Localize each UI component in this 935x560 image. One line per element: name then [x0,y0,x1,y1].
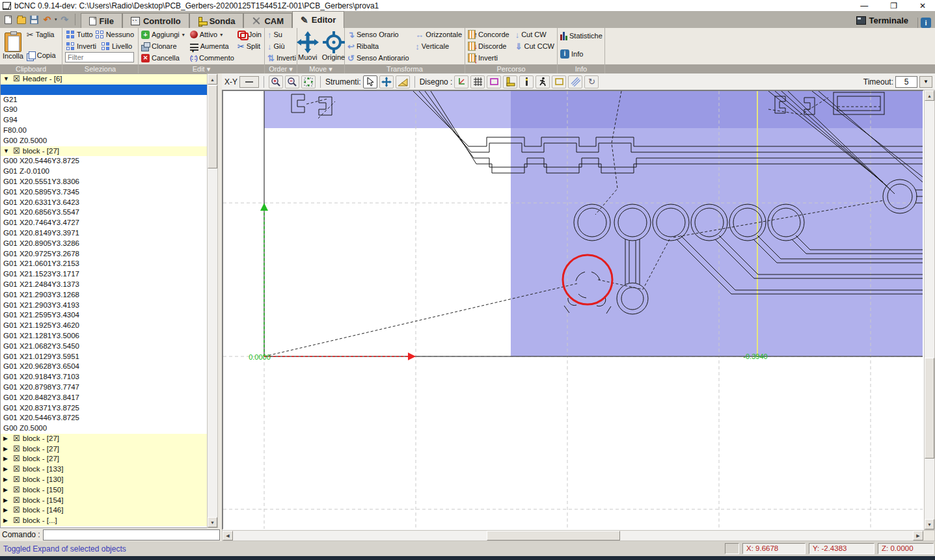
enable-checkbox-icon[interactable]: ☒ [13,434,20,444]
cut-cw-button[interactable]: ↓ Cut CW [514,29,556,40]
zoom-fit-button[interactable] [301,75,316,88]
senso-antiorario-button[interactable]: ↺ Senso Antiorario [346,52,413,64]
tree-row-gcode[interactable]: G01 X20.8482Y3.8417 [1,393,207,403]
canvas-scroll-left-icon[interactable]: ◀ [223,531,233,540]
toggle-workarea-button[interactable] [552,75,566,88]
tree-row-gcode[interactable]: G01 X20.6331Y3.6423 [1,198,207,208]
tree-row-block[interactable]: ▶☒block - [27] [1,444,207,455]
canvas-hscrollbar[interactable]: ◀ ▶ [222,530,935,541]
new-file-button[interactable] [3,14,14,25]
copia-button[interactable]: Copia [25,49,57,61]
attivo-button[interactable]: Attivo ▾ [189,29,236,40]
tree-row-gcode[interactable]: G01 X21.0129Y3.5951 [1,352,207,362]
timeout-value[interactable]: 5 [895,76,917,88]
seleziona-nessuno-button[interactable]: Nessuno [94,29,135,40]
toggle-margins-button[interactable] [487,75,501,88]
info-button[interactable]: i Info [559,48,603,60]
tree-row-gcode[interactable]: G01 X20.9725Y3.2678 [1,249,207,260]
tree-row-gcode[interactable]: G01 X21.2484Y3.1373 [1,280,207,290]
tree-row-gcode[interactable]: G21 [1,95,207,105]
tree-row-block[interactable]: ▶☒block - [146] [1,505,207,516]
tree-row-block[interactable]: ▶☒block - [...] [1,516,207,526]
view-select-button[interactable] [239,76,259,88]
tree-scroll-thumb[interactable] [208,85,217,168]
expand-icon[interactable]: ▶ [3,516,10,526]
concorde-button[interactable]: ↑ Concorde [467,29,513,40]
attivo-dropdown-icon[interactable]: ▾ [220,32,223,38]
gcode-tree[interactable]: ▼☒Header - [6]G21G90G94F80.00G00 Z0.5000… [0,73,207,528]
statistiche-button[interactable]: Statistiche [559,30,603,42]
timeout-dropdown-icon[interactable]: ▼ [919,76,932,88]
tree-row-gcode[interactable]: G01 X20.8905Y3.3286 [1,239,207,249]
tree-row-gcode[interactable]: G01 X20.5895Y3.7345 [1,187,207,198]
expand-icon[interactable]: ▼ [3,146,10,157]
help-info-button[interactable]: i [921,18,931,28]
cancella-button[interactable]: ✕ Cancella [140,52,188,64]
tool-select-button[interactable] [363,75,377,88]
tree-row-gcode[interactable]: G01 X20.8798Y3.7747 [1,382,207,393]
origine-button[interactable]: Origine [321,29,346,64]
tree-row-block[interactable]: ▶☒block - [27] [1,454,207,464]
verticale-button[interactable]: ↕ Verticale [414,40,463,52]
tree-row-block[interactable]: ▶☒block - [150] [1,485,207,496]
expand-icon[interactable]: ▼ [3,74,10,85]
expand-icon[interactable]: ▶ [3,434,10,444]
undo-button[interactable]: ↶ [42,14,53,25]
aumenta-button[interactable]: Aumenta [189,40,236,52]
tree-row-gcode[interactable]: G01 X21.2903Y3.4193 [1,300,207,311]
toggle-probe-button[interactable] [503,75,517,88]
expand-icon[interactable]: ▶ [3,444,10,455]
taglia-button[interactable]: ✂ Taglia [25,29,57,40]
tree-scroll-down-icon[interactable]: ▼ [208,517,217,527]
tree-row-gcode[interactable]: G01 Z-0.0100 [1,167,207,177]
zoom-in-button[interactable] [269,75,283,88]
canvas-scroll-down-icon[interactable]: ▼ [925,519,934,529]
tree-row-block[interactable]: ▶☒block - [133] [1,464,207,475]
tree-row-selected[interactable] [1,85,207,95]
expand-icon[interactable]: ▶ [3,505,10,516]
toggle-grid-button[interactable] [470,75,485,88]
muovi-button[interactable]: Muovi [295,29,320,64]
tree-row-gcode[interactable]: G01 X20.8149Y3.3971 [1,228,207,239]
canvas-vscrollbar[interactable]: ▲ ▼ [924,90,935,530]
tree-row-gcode[interactable]: G01 X21.1281Y3.5006 [1,331,207,341]
tree-row-block[interactable]: ▶☒block - [154] [1,496,207,506]
canvas-scroll-up-icon[interactable]: ▲ [925,90,934,101]
tab-cam[interactable]: CAM [243,13,292,28]
tree-row-gcode[interactable]: G01 X21.2903Y3.1268 [1,290,207,300]
toggle-rapids-button[interactable] [535,75,550,88]
seleziona-tutto-button[interactable]: Tutto [65,29,94,40]
tab-file[interactable]: File [81,13,122,28]
canvas-scroll-right-icon[interactable]: ▶ [913,531,923,540]
orizzontale-button[interactable]: ↔ Orizzontale [414,29,463,40]
enable-checkbox-icon[interactable]: ☒ [13,464,20,475]
incolla-button[interactable]: Incolla [1,29,25,64]
tab-editor[interactable]: ✎ Editor [292,11,344,28]
canvas-vscroll-thumb[interactable] [925,358,934,459]
expand-icon[interactable]: ▶ [3,496,10,506]
tree-row-gcode[interactable]: G00 Z0.5000 [1,136,207,146]
enable-checkbox-icon[interactable]: ☒ [13,444,20,455]
tree-row-gcode[interactable]: G01 X20.5446Y3.8725 [1,413,207,423]
split-button[interactable]: ✂ Split [236,40,263,52]
tool-pan-button[interactable] [379,75,394,88]
tree-row-block[interactable]: ▶☒block - [27] [1,434,207,444]
close-button[interactable]: ✕ [919,1,926,10]
tree-row-gcode[interactable]: G01 X21.1925Y3.4620 [1,321,207,331]
tree-scrollbar[interactable]: ▲ ▼ [207,73,218,528]
expand-icon[interactable]: ▶ [3,485,10,496]
order-inverti-button[interactable]: ⇅ Inverti [266,52,295,64]
canvas-hscroll-thumb[interactable] [487,531,620,540]
tab-terminale[interactable]: Terminale [850,13,915,28]
tree-row-gcode[interactable]: G94 [1,115,207,126]
redo-button[interactable]: ↷ [59,14,70,25]
expand-icon[interactable]: ▶ [3,475,10,485]
tree-row-gcode[interactable]: G01 X21.0682Y3.5450 [1,341,207,352]
enable-checkbox-icon[interactable]: ☒ [13,516,20,526]
gcode-canvas[interactable]: 0.0000 -0.3940 [222,90,924,530]
enable-checkbox-icon[interactable]: ☒ [13,454,20,464]
tree-row-gcode[interactable]: G01 X20.9184Y3.7103 [1,372,207,382]
seleziona-inverti-button[interactable]: Inverti [65,40,100,52]
join-button[interactable]: Join [236,29,263,40]
ribalta-button[interactable]: ↩ Ribalta [346,40,413,52]
